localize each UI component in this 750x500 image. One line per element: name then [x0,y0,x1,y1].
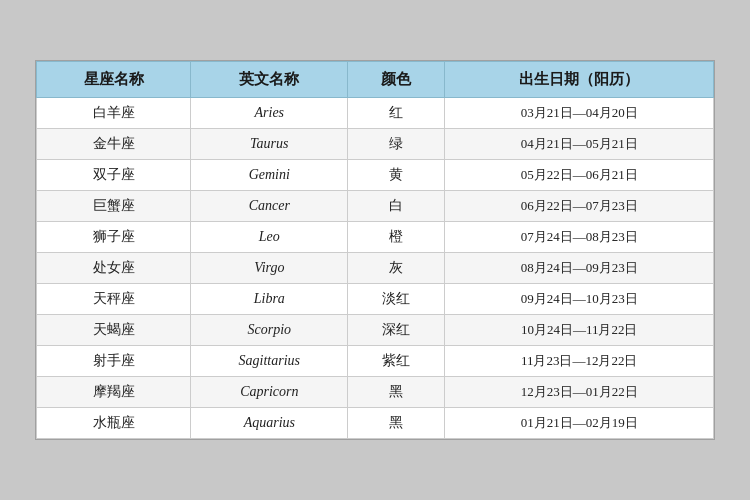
cell-date: 05月22日—06月21日 [445,160,714,191]
cell-date: 01月21日—02月19日 [445,408,714,439]
table-body: 白羊座Aries红03月21日—04月20日金牛座Taurus绿04月21日—0… [37,98,714,439]
cell-color: 淡红 [348,284,445,315]
cell-english: Libra [191,284,348,315]
cell-color: 灰 [348,253,445,284]
cell-color: 红 [348,98,445,129]
table-header-row: 星座名称 英文名称 颜色 出生日期（阳历） [37,62,714,98]
cell-date: 07月24日—08月23日 [445,222,714,253]
table-row: 射手座Sagittarius紫红11月23日—12月22日 [37,346,714,377]
cell-english: Virgo [191,253,348,284]
cell-english: Aries [191,98,348,129]
cell-color: 紫红 [348,346,445,377]
cell-english: Sagittarius [191,346,348,377]
table-row: 巨蟹座Cancer白06月22日—07月23日 [37,191,714,222]
cell-chinese: 巨蟹座 [37,191,191,222]
zodiac-table-container: 星座名称 英文名称 颜色 出生日期（阳历） 白羊座Aries红03月21日—04… [35,60,715,440]
cell-english: Aquarius [191,408,348,439]
cell-color: 黄 [348,160,445,191]
table-row: 双子座Gemini黄05月22日—06月21日 [37,160,714,191]
col-header-color: 颜色 [348,62,445,98]
cell-date: 12月23日—01月22日 [445,377,714,408]
cell-date: 08月24日—09月23日 [445,253,714,284]
cell-chinese: 双子座 [37,160,191,191]
cell-chinese: 天秤座 [37,284,191,315]
col-header-chinese: 星座名称 [37,62,191,98]
table-row: 金牛座Taurus绿04月21日—05月21日 [37,129,714,160]
cell-date: 06月22日—07月23日 [445,191,714,222]
table-row: 摩羯座Capricorn黑12月23日—01月22日 [37,377,714,408]
cell-english: Taurus [191,129,348,160]
table-row: 水瓶座Aquarius黑01月21日—02月19日 [37,408,714,439]
cell-english: Cancer [191,191,348,222]
cell-color: 白 [348,191,445,222]
cell-color: 黑 [348,408,445,439]
cell-chinese: 水瓶座 [37,408,191,439]
cell-chinese: 金牛座 [37,129,191,160]
cell-chinese: 射手座 [37,346,191,377]
zodiac-table: 星座名称 英文名称 颜色 出生日期（阳历） 白羊座Aries红03月21日—04… [36,61,714,439]
cell-date: 03月21日—04月20日 [445,98,714,129]
table-row: 白羊座Aries红03月21日—04月20日 [37,98,714,129]
cell-chinese: 处女座 [37,253,191,284]
cell-date: 10月24日—11月22日 [445,315,714,346]
cell-english: Capricorn [191,377,348,408]
cell-date: 04月21日—05月21日 [445,129,714,160]
table-row: 狮子座Leo橙07月24日—08月23日 [37,222,714,253]
cell-chinese: 摩羯座 [37,377,191,408]
cell-english: Gemini [191,160,348,191]
cell-color: 黑 [348,377,445,408]
cell-color: 绿 [348,129,445,160]
col-header-english: 英文名称 [191,62,348,98]
cell-color: 深红 [348,315,445,346]
col-header-date: 出生日期（阳历） [445,62,714,98]
table-row: 处女座Virgo灰08月24日—09月23日 [37,253,714,284]
cell-chinese: 天蝎座 [37,315,191,346]
cell-color: 橙 [348,222,445,253]
table-row: 天蝎座Scorpio深红10月24日—11月22日 [37,315,714,346]
table-row: 天秤座Libra淡红09月24日—10月23日 [37,284,714,315]
cell-date: 11月23日—12月22日 [445,346,714,377]
cell-english: Leo [191,222,348,253]
cell-chinese: 白羊座 [37,98,191,129]
cell-date: 09月24日—10月23日 [445,284,714,315]
cell-english: Scorpio [191,315,348,346]
cell-chinese: 狮子座 [37,222,191,253]
